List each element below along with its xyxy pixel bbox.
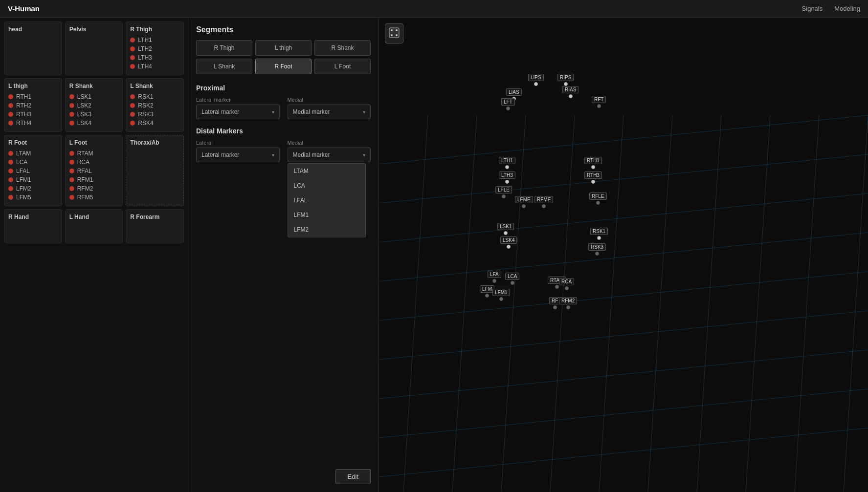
node-rias[interactable]: RIAS — [562, 86, 579, 98]
marker-label: LSK3 — [77, 111, 91, 118]
dice-button[interactable] — [385, 23, 403, 43]
node-lca[interactable]: LCA — [505, 273, 519, 285]
red-dot — [69, 151, 74, 156]
red-dot — [69, 177, 74, 182]
node-dot-lca — [511, 281, 514, 285]
node-lth1[interactable]: LTH1 — [499, 157, 515, 169]
node-lfa[interactable]: LFA — [488, 271, 501, 283]
nav-signals[interactable]: Signals — [802, 5, 823, 12]
red-dot — [69, 195, 74, 200]
node-lsk1[interactable]: LSK1 — [497, 223, 514, 235]
card-l-shank[interactable]: L Shank RSK1 RSK2 RSK3 RSK4 — [126, 78, 184, 132]
dropdown-item-ltam[interactable]: LTAM — [288, 164, 365, 178]
card-pelvis[interactable]: Pelvis — [65, 21, 123, 75]
distal-lateral-dropdown[interactable]: Lateral marker ▾ — [196, 148, 280, 162]
card-r-shank[interactable]: R Shank LSK1 LSK2 LSK3 LSK4 — [65, 78, 123, 132]
marker-label: LSK4 — [77, 120, 91, 127]
node-rsk3[interactable]: RSK3 — [588, 243, 606, 256]
proximal-lateral-value: Lateral marker — [201, 108, 239, 115]
node-rth3[interactable]: RTH3 — [584, 171, 602, 184]
card-head-title: head — [8, 26, 58, 33]
chevron-down-icon: ▾ — [272, 109, 274, 115]
center-panel: Segments R Thigh L thigh R Shank L Shank… — [188, 18, 379, 492]
card-r-thigh[interactable]: R Thigh LTH1 LTH2 LTH3 LTH4 — [126, 21, 184, 75]
node-rfle[interactable]: RFLE — [589, 193, 607, 205]
marker-label: RTH4 — [16, 120, 31, 127]
node-lsk4[interactable]: LSK4 — [500, 236, 517, 249]
node-dot-rips — [564, 82, 568, 86]
node-label-lca: LCA — [505, 273, 519, 280]
seg-btn-l-shank[interactable]: L Shank — [196, 59, 252, 74]
marker-lth2: LTH2 — [130, 44, 179, 53]
svg-point-23 — [396, 34, 398, 36]
node-lips[interactable]: LIPS — [528, 74, 544, 86]
node-dot-rfle — [596, 201, 600, 205]
edit-button[interactable]: Edit — [335, 469, 371, 484]
node-dot-lips — [534, 82, 538, 86]
seg-btn-l-foot[interactable]: L Foot — [314, 59, 371, 74]
marker-rsk2: RSK2 — [130, 101, 179, 110]
node-rca[interactable]: RCA — [559, 278, 574, 290]
node-rsk1[interactable]: RSK1 — [590, 228, 608, 240]
node-dot-lfm1 — [499, 297, 503, 301]
node-lfm1[interactable]: LFM1 — [492, 289, 510, 301]
svg-line-7 — [379, 389, 868, 438]
card-r-hand[interactable]: R Hand — [4, 209, 62, 243]
node-label-rth1: RTH1 — [584, 157, 602, 164]
node-rips[interactable]: RIPS — [557, 74, 574, 86]
topbar: V-Human Signals Modeling — [0, 0, 868, 18]
red-dot — [130, 38, 135, 43]
node-rft[interactable]: RFT — [592, 96, 606, 108]
node-rfm2[interactable]: RFM2 — [559, 297, 577, 309]
viewport[interactable]: .grid-line { stroke: #1a4a6a; stroke-wid… — [379, 18, 868, 492]
red-dot — [130, 103, 135, 108]
node-dot-rsk3 — [595, 252, 599, 256]
chevron-down-icon: ▾ — [363, 152, 365, 158]
dropdown-item-lfm2[interactable]: LFM2 — [288, 222, 365, 237]
svg-line-5 — [379, 311, 868, 360]
node-lfme[interactable]: LFME — [515, 196, 533, 208]
card-l-foot[interactable]: L Foot RTAM RCA RFAL RFM1 — [65, 135, 123, 206]
card-head[interactable]: head — [4, 21, 62, 75]
node-rfme[interactable]: RFME — [534, 196, 553, 208]
node-dot-rth1 — [591, 165, 595, 169]
proximal-lateral-dropdown[interactable]: Lateral marker ▾ — [196, 105, 280, 119]
card-l-hand[interactable]: L Hand — [65, 209, 123, 243]
red-dot — [69, 121, 74, 126]
nav-modeling[interactable]: Modeling — [834, 5, 860, 12]
red-dot — [8, 151, 13, 156]
marker-lsk4: LSK4 — [69, 119, 119, 128]
marker-rsk3: RSK3 — [130, 110, 179, 119]
proximal-medial-label: Medial — [288, 97, 371, 103]
dropdown-item-lfal[interactable]: LFAL — [288, 193, 365, 208]
node-label-rfme: RFME — [534, 196, 553, 203]
node-label-rca: RCA — [559, 278, 574, 285]
node-lth3[interactable]: LTH3 — [499, 171, 515, 184]
marker-label: RSK1 — [138, 93, 153, 100]
card-thorax[interactable]: Thorax/Ab — [126, 135, 184, 206]
red-dot — [69, 112, 74, 117]
node-dot-lsk1 — [504, 231, 508, 235]
card-r-forearm[interactable]: R Forearm — [126, 209, 184, 243]
seg-btn-r-thigh[interactable]: R Thigh — [196, 40, 252, 56]
marker-lfm2: LFM2 — [8, 184, 58, 193]
distal-medial-dropdown[interactable]: Medial marker ▾ — [288, 148, 371, 162]
node-rth1[interactable]: RTH1 — [584, 157, 602, 169]
node-lfle[interactable]: LFLE — [495, 186, 512, 198]
marker-label: RSK2 — [138, 102, 153, 109]
card-l-thigh[interactable]: L thigh RTH1 RTH2 RTH3 RTH4 — [4, 78, 62, 132]
seg-btn-l-thigh[interactable]: L thigh — [255, 40, 312, 56]
proximal-medial-dropdown[interactable]: Medial marker ▾ — [288, 105, 371, 119]
node-lft[interactable]: LFT — [501, 98, 515, 110]
red-dot — [8, 177, 13, 182]
card-r-foot[interactable]: R Foot LTAM LCA LFAL LFM1 — [4, 135, 62, 206]
seg-btn-r-shank[interactable]: R Shank — [314, 40, 371, 56]
seg-btn-r-foot[interactable]: R Foot — [255, 59, 312, 74]
marker-label: LFM5 — [16, 194, 31, 201]
card-r-forearm-title: R Forearm — [130, 214, 179, 220]
dropdown-item-lca[interactable]: LCA — [288, 178, 365, 193]
marker-rfm2: RFM2 — [69, 184, 119, 193]
svg-line-2 — [379, 193, 868, 242]
chevron-down-icon: ▾ — [272, 152, 274, 158]
dropdown-item-lfm1[interactable]: LFM1 — [288, 208, 365, 222]
